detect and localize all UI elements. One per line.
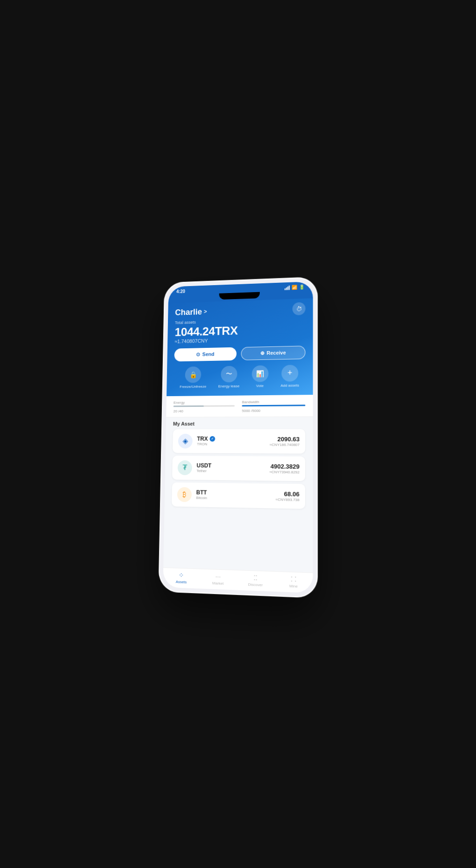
trx-info: TRX ✓ TRON	[197, 436, 215, 446]
phone: 4:20 📶 🔋	[158, 276, 317, 598]
discover-nav-icon: ⁚⁚	[253, 574, 257, 581]
bandwidth-bar-bg	[242, 404, 305, 406]
freeze-icon: 🔒	[185, 366, 201, 382]
market-nav-label: Market	[212, 581, 224, 586]
send-button[interactable]: ⊙ Send	[174, 347, 237, 361]
usdt-name: USDT	[197, 462, 212, 469]
send-label: Send	[202, 351, 214, 357]
btt-amount: 68.06	[276, 490, 299, 497]
discover-nav-label: Discover	[248, 582, 263, 587]
my-asset-heading: My Asset	[166, 417, 313, 429]
user-chevron-icon: >	[204, 308, 207, 315]
vote-label: Vote	[256, 383, 264, 387]
energy-max: /40	[177, 409, 183, 413]
bandwidth-max: /5000	[250, 408, 260, 412]
receive-button[interactable]: ⊕ Receive	[241, 345, 305, 359]
energy-icon: 〜	[221, 365, 238, 382]
btt-subtitle: Bitcoin	[196, 496, 207, 500]
add-icon: +	[282, 365, 298, 381]
mine-nav-icon: ⁚ ⁚	[290, 575, 296, 583]
bandwidth-value: 5000 /5000	[242, 406, 305, 412]
support-button[interactable]: ⏱	[292, 302, 305, 315]
freeze-label: Freeze/Unfreeze	[180, 384, 206, 388]
btt-info: BTT Bitcoin	[196, 489, 207, 500]
quick-actions: 🔒 Freeze/Unfreeze 〜 Energy lease 📊 Vote	[174, 364, 305, 388]
user-name-button[interactable]: Charlie >	[175, 307, 207, 317]
content-area: Energy 20 /40 Bandwidth	[163, 394, 313, 572]
btt-name: BTT	[196, 489, 207, 496]
usdt-icon: ₮	[178, 460, 192, 475]
phone-wrapper: 4:20 📶 🔋	[158, 276, 317, 598]
add-assets-button[interactable]: + Add assets	[281, 364, 299, 387]
nav-market[interactable]: ··· Market	[199, 572, 237, 586]
energy-bar-fill	[174, 405, 204, 406]
phone-screen: 4:20 📶 🔋	[163, 281, 313, 593]
btt-icon: ₿	[177, 487, 192, 502]
header-top: Charlie > ⏱	[175, 302, 305, 319]
energy-label: Energy lease	[218, 384, 239, 388]
asset-list: ◈ TRX ✓ TRON 2090.63	[165, 429, 313, 509]
resource-section: Energy 20 /40 Bandwidth	[166, 394, 313, 417]
trx-icon: ◈	[178, 433, 193, 448]
energy-value: 20 /40	[174, 407, 235, 413]
asset-item-trx[interactable]: ◈ TRX ✓ TRON 2090.63	[173, 429, 305, 453]
freeze-unfreeze-button[interactable]: 🔒 Freeze/Unfreeze	[180, 366, 206, 388]
energy-resource-label: Energy	[174, 400, 235, 405]
energy-resource: Energy 20 /40	[174, 400, 235, 413]
usdt-info: USDT Tether	[197, 462, 212, 473]
usdt-cny: ≈CNY73940.8292	[270, 470, 300, 474]
asset-item-usdt[interactable]: ₮ USDT Tether 4902.3829 ≈CNY	[172, 455, 305, 481]
assets-nav-label: Assets	[176, 580, 187, 584]
receive-label: Receive	[267, 350, 286, 356]
trx-name: TRX ✓	[197, 436, 215, 442]
asset-left-trx: ◈ TRX ✓ TRON	[178, 433, 215, 448]
vote-icon: 📊	[251, 365, 268, 382]
send-icon: ⊙	[196, 351, 200, 357]
receive-icon: ⊕	[260, 350, 264, 356]
trx-verified-badge: ✓	[210, 436, 215, 442]
asset-left-btt: ₿ BTT Bitcoin	[177, 487, 207, 502]
market-nav-icon: ···	[215, 572, 221, 580]
btt-cny: ≈CNY893.738	[276, 497, 299, 502]
mine-nav-label: Mine	[289, 584, 298, 588]
status-time: 4:20	[176, 289, 185, 294]
trx-subtitle: TRON	[197, 442, 215, 446]
btt-right: 68.06 ≈CNY893.738	[276, 490, 299, 502]
wifi-icon: 📶	[291, 285, 297, 290]
energy-lease-button[interactable]: 〜 Energy lease	[218, 365, 239, 388]
bandwidth-bar-fill	[242, 404, 305, 406]
usdt-subtitle: Tether	[197, 469, 212, 473]
assets-nav-icon: ⁘	[179, 571, 184, 579]
support-icon-symbol: ⏱	[296, 305, 302, 312]
user-name-text: Charlie	[175, 307, 202, 317]
nav-assets[interactable]: ⁘ Assets	[163, 570, 199, 584]
asset-item-btt[interactable]: ₿ BTT Bitcoin 68.06 ≈CNY893.	[172, 482, 305, 509]
notch	[219, 292, 260, 300]
bandwidth-resource: Bandwidth 5000 /5000	[242, 399, 305, 412]
nav-discover[interactable]: ⁚⁚ Discover	[237, 573, 275, 587]
energy-bar-bg	[174, 405, 235, 407]
action-buttons: ⊙ Send ⊕ Receive	[174, 345, 306, 361]
vote-button[interactable]: 📊 Vote	[251, 365, 268, 388]
status-icons: 📶 🔋	[284, 284, 304, 290]
add-label: Add assets	[281, 383, 299, 387]
trx-cny: ≈CNY186.740807	[270, 442, 300, 446]
battery-icon: 🔋	[299, 284, 304, 289]
trx-right: 2090.63 ≈CNY186.740807	[270, 435, 300, 446]
usdt-amount: 4902.3829	[270, 463, 300, 470]
asset-left-usdt: ₮ USDT Tether	[178, 460, 212, 475]
header-blue: Charlie > ⏱ Total assets 1044.24TRX ≈1.7…	[167, 298, 313, 396]
bandwidth-resource-label: Bandwidth	[242, 399, 306, 404]
nav-mine[interactable]: ⁚ ⁚ Mine	[274, 574, 313, 589]
trx-amount: 2090.63	[270, 435, 300, 442]
scene: 4:20 📶 🔋	[0, 0, 476, 868]
signal-icon	[284, 285, 289, 290]
usdt-right: 4902.3829 ≈CNY73940.8292	[270, 463, 300, 474]
